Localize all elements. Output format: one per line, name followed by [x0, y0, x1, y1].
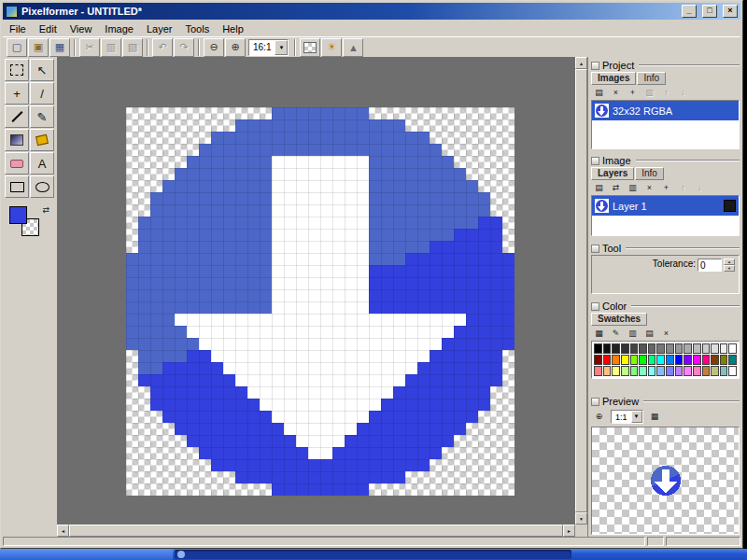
menu-view[interactable]: View: [63, 22, 99, 35]
image-tab-info[interactable]: Info: [635, 167, 664, 180]
line-tool[interactable]: [5, 105, 29, 128]
pixel-canvas[interactable]: [126, 107, 514, 496]
brightness-button[interactable]: ☀: [321, 38, 342, 57]
collapse-icon[interactable]: [591, 398, 599, 406]
horizontal-scroll-thumb[interactable]: [69, 525, 563, 537]
background-button[interactable]: ▲: [343, 38, 363, 57]
dropdown-icon[interactable]: ▼: [631, 411, 642, 423]
zoom-level-combo[interactable]: 16:1▼: [248, 39, 289, 56]
color-swatch[interactable]: [639, 366, 647, 376]
delete-button[interactable]: ×: [608, 86, 624, 99]
color-swatch[interactable]: [603, 366, 612, 376]
color-swatch[interactable]: [666, 355, 674, 365]
fill-tool[interactable]: [30, 129, 54, 151]
palette-grid-button[interactable]: ▦: [591, 327, 607, 340]
color-swatch[interactable]: [675, 343, 684, 354]
color-swatch[interactable]: [621, 343, 629, 354]
collapse-icon[interactable]: [591, 245, 599, 253]
color-swatch[interactable]: [630, 355, 639, 365]
scroll-right-icon[interactable]: ►: [563, 525, 575, 537]
project-tab-images[interactable]: Images: [591, 72, 636, 85]
scroll-left-icon[interactable]: ◄: [57, 525, 69, 537]
ellipse-tool[interactable]: [30, 175, 54, 198]
color-swatch[interactable]: [603, 355, 612, 365]
properties-button[interactable]: ▤: [591, 181, 607, 194]
color-swatch[interactable]: [666, 366, 674, 376]
color-swatch[interactable]: [594, 343, 602, 354]
color-swatch[interactable]: [728, 355, 737, 365]
color-swatch[interactable]: [693, 355, 701, 365]
preview-zoom-combo[interactable]: 1:1 ▼: [611, 410, 643, 424]
pencil-tool[interactable]: ✎: [30, 105, 54, 128]
color-swatch[interactable]: [656, 343, 665, 354]
minimize-button[interactable]: _: [682, 5, 697, 18]
vertical-scrollbar[interactable]: ▲ ▼: [575, 57, 587, 525]
zoom-out-button[interactable]: ⊖: [204, 38, 224, 57]
tolerance-decrement-button[interactable]: ▼: [724, 265, 735, 272]
menu-tools[interactable]: Tools: [178, 22, 216, 35]
color-swatch[interactable]: [711, 343, 719, 354]
new-image-button[interactable]: ▢: [7, 38, 27, 57]
vertical-scroll-thumb[interactable]: [575, 69, 587, 512]
transparency-grid-button[interactable]: [300, 38, 320, 57]
color-swatch[interactable]: [711, 366, 719, 376]
color-swatch[interactable]: [693, 366, 701, 376]
color-swatch[interactable]: [728, 366, 737, 376]
save-button[interactable]: ▦: [49, 38, 70, 57]
move-tool[interactable]: +: [5, 82, 29, 105]
color-tab-swatches[interactable]: Swatches: [591, 313, 647, 326]
layers-list[interactable]: Layer 1: [591, 195, 740, 236]
color-picker-tool[interactable]: /: [30, 82, 54, 105]
gradient-tool[interactable]: [5, 129, 29, 151]
color-swatch[interactable]: [612, 366, 620, 376]
layer-thumbnail[interactable]: [724, 200, 736, 212]
menu-edit[interactable]: Edit: [33, 22, 63, 35]
color-swatch[interactable]: [594, 366, 602, 376]
color-swatch[interactable]: [728, 343, 737, 354]
maximize-button[interactable]: □: [702, 5, 717, 18]
menu-help[interactable]: Help: [216, 22, 250, 35]
titlebar[interactable]: Pixelformer - UNTITLED* _ □ ×: [3, 3, 740, 20]
tolerance-increment-button[interactable]: ▲: [724, 259, 735, 265]
save-palette-button[interactable]: ▤: [641, 327, 657, 340]
merge-button[interactable]: ⇄: [608, 181, 624, 194]
color-swatch[interactable]: [684, 366, 692, 376]
zoom-in-button[interactable]: ⊕: [225, 38, 246, 57]
color-swatch[interactable]: [702, 366, 711, 376]
eraser-tool[interactable]: [5, 152, 29, 175]
text-tool[interactable]: A: [30, 152, 54, 175]
color-swatch[interactable]: [693, 343, 701, 354]
rectangle-tool[interactable]: [5, 175, 29, 198]
open-palette-button[interactable]: ▥: [625, 327, 641, 340]
close-button[interactable]: ×: [723, 5, 738, 18]
magic-wand-tool[interactable]: ↖: [30, 59, 54, 81]
color-swatch[interactable]: [612, 355, 620, 365]
collapse-icon[interactable]: [591, 62, 599, 70]
image-tab-layers[interactable]: Layers: [591, 167, 634, 180]
color-swatch[interactable]: [684, 355, 692, 365]
open-button[interactable]: ▣: [28, 38, 49, 57]
color-swatch[interactable]: [648, 343, 656, 354]
color-swatch[interactable]: [612, 343, 620, 354]
color-swatch[interactable]: [621, 366, 629, 376]
color-swatch[interactable]: [648, 355, 656, 365]
rectangular-selection-tool[interactable]: [5, 59, 29, 81]
menu-layer[interactable]: Layer: [140, 22, 179, 35]
taskbar-button[interactable]: [175, 550, 571, 559]
color-swatch[interactable]: [639, 343, 647, 354]
swap-colors-icon[interactable]: ⇄: [42, 205, 49, 215]
edit-swatch-button[interactable]: ✎: [608, 327, 624, 340]
properties-button[interactable]: ▤: [591, 86, 607, 99]
list-item[interactable]: Layer 1: [592, 196, 739, 216]
delete-button[interactable]: ×: [641, 181, 657, 194]
duplicate-button[interactable]: ▥: [625, 181, 641, 194]
color-swatch[interactable]: [720, 343, 728, 354]
color-swatch[interactable]: [720, 366, 728, 376]
color-swatch[interactable]: [639, 355, 647, 365]
color-swatch[interactable]: [648, 366, 656, 376]
collapse-icon[interactable]: [591, 302, 599, 311]
project-tab-info[interactable]: Info: [637, 72, 666, 85]
color-swatch[interactable]: [675, 366, 684, 376]
collapse-icon[interactable]: [591, 157, 599, 165]
add-button[interactable]: +: [658, 181, 674, 194]
